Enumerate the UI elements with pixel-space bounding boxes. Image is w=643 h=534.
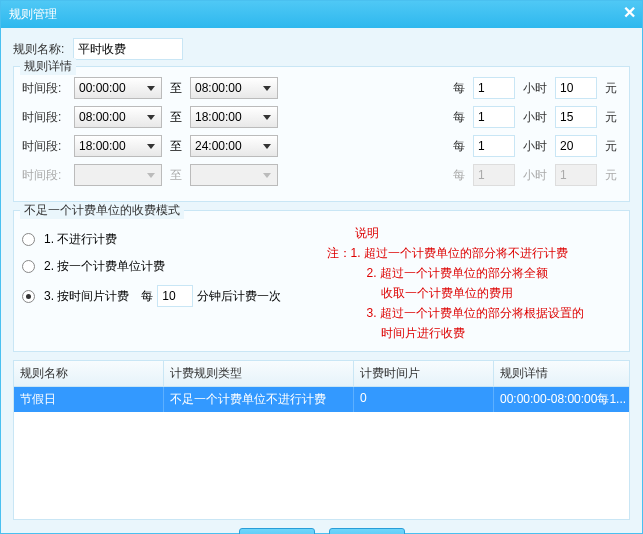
mode-option-2[interactable]: 2. 按一个计费单位计费 xyxy=(22,258,317,275)
close-button[interactable]: 关闭 xyxy=(329,528,405,534)
to-time-combo-1[interactable]: 08:00:00 xyxy=(190,77,278,99)
inline-every-label: 每 xyxy=(141,288,153,305)
radio-icon xyxy=(22,233,35,246)
th-detail[interactable]: 规则详情 xyxy=(494,361,629,386)
th-timeslice[interactable]: 计费时间片 xyxy=(354,361,494,386)
table-header: 规则名称 计费规则类型 计费时间片 规则详情 xyxy=(14,361,629,387)
from-time-combo-2[interactable]: 08:00:00 xyxy=(74,106,162,128)
footer: 添加 关闭 xyxy=(13,520,630,534)
from-time-combo-3[interactable]: 18:00:00 xyxy=(74,135,162,157)
rule-name-label: 规则名称: xyxy=(13,41,73,58)
note-line-2: 2. 超过一个计费单位的部分将全额 xyxy=(367,266,548,280)
mode-option-label: 2. 按一个计费单位计费 xyxy=(44,258,165,275)
to-label: 至 xyxy=(166,109,186,126)
to-time-combo-4 xyxy=(190,164,278,186)
inline-suffix-label: 分钟后计费一次 xyxy=(197,288,281,305)
to-label: 至 xyxy=(166,80,186,97)
notes-panel: 说明 注：1. 超过一个计费单位的部分将不进行计费 2. 超过一个计费单位的部分… xyxy=(327,221,622,343)
table-row[interactable]: 节假日 不足一个计费单位不进行计费 0 00:00:00-08:00:00每1.… xyxy=(14,387,629,412)
to-time-combo-2[interactable]: 18:00:00 xyxy=(190,106,278,128)
price-input-1[interactable] xyxy=(555,77,597,99)
rule-name-input[interactable] xyxy=(73,38,183,60)
note-line-3: 3. 超过一个计费单位的部分将根据设置的 xyxy=(367,306,584,320)
qty-input-1[interactable] xyxy=(473,77,515,99)
rules-table: 规则名称 计费规则类型 计费时间片 规则详情 节假日 不足一个计费单位不进行计费… xyxy=(13,360,630,520)
timeslot-row-1: 时间段: 00:00:00 至 08:00:00 每 小时 元 xyxy=(22,77,621,99)
rule-management-dialog: 规则管理 ✕ 规则名称: 规则详情 时间段: 00:00:00 至 08:00:… xyxy=(0,0,643,534)
price-input-4 xyxy=(555,164,597,186)
timeslot-label: 时间段: xyxy=(22,167,70,184)
add-button[interactable]: 添加 xyxy=(239,528,315,534)
notes-prefix: 注： xyxy=(327,246,351,260)
window-title: 规则管理 xyxy=(9,6,57,23)
timeslot-row-3: 时间段: 18:00:00 至 24:00:00 每 小时 元 xyxy=(22,135,621,157)
to-label: 至 xyxy=(166,138,186,155)
mode-option-label: 1. 不进行计费 xyxy=(44,231,117,248)
td-rule-type: 不足一个计费单位不进行计费 xyxy=(164,387,354,412)
timeslot-row-2: 时间段: 08:00:00 至 18:00:00 每 小时 元 xyxy=(22,106,621,128)
timeslot-row-4: 时间段: 至 每 小时 元 xyxy=(22,164,621,186)
note-line-3b: 时间片进行收费 xyxy=(381,326,465,340)
notes-heading: 说明 xyxy=(327,223,622,243)
qty-input-4 xyxy=(473,164,515,186)
qty-input-2[interactable] xyxy=(473,106,515,128)
note-line-1: 1. 超过一个计费单位的部分将不进行计费 xyxy=(351,246,568,260)
mode-option-1[interactable]: 1. 不进行计费 xyxy=(22,231,317,248)
close-icon[interactable]: ✕ xyxy=(623,3,636,22)
timeslot-label: 时间段: xyxy=(22,109,70,126)
yuan-label: 元 xyxy=(605,80,617,97)
timeslot-label: 时间段: xyxy=(22,138,70,155)
radio-icon xyxy=(22,260,35,273)
titlebar[interactable]: 规则管理 ✕ xyxy=(1,1,642,28)
to-label: 至 xyxy=(166,167,186,184)
hour-label: 小时 xyxy=(523,80,547,97)
th-rule-type[interactable]: 计费规则类型 xyxy=(164,361,354,386)
charge-mode-legend: 不足一个计费单位的收费模式 xyxy=(20,202,184,219)
price-input-2[interactable] xyxy=(555,106,597,128)
radio-icon xyxy=(22,290,35,303)
timeslice-input[interactable] xyxy=(157,285,193,307)
to-time-combo-3[interactable]: 24:00:00 xyxy=(190,135,278,157)
rule-detail-fieldset: 规则详情 时间段: 00:00:00 至 08:00:00 每 小时 元 时间段… xyxy=(13,66,630,202)
timeslot-label: 时间段: xyxy=(22,80,70,97)
price-input-3[interactable] xyxy=(555,135,597,157)
td-timeslice: 0 xyxy=(354,387,494,412)
td-detail: 00:00:00-08:00:00每1... xyxy=(494,387,629,412)
note-line-2b: 收取一个计费单位的费用 xyxy=(381,286,513,300)
every-label: 每 xyxy=(453,80,465,97)
th-rule-name[interactable]: 规则名称 xyxy=(14,361,164,386)
mode-option-3[interactable]: 3. 按时间片计费 每 分钟后计费一次 xyxy=(22,285,317,307)
rule-detail-legend: 规则详情 xyxy=(20,58,76,75)
from-time-combo-4 xyxy=(74,164,162,186)
mode-option-label: 3. 按时间片计费 xyxy=(44,288,129,305)
qty-input-3[interactable] xyxy=(473,135,515,157)
charge-mode-fieldset: 不足一个计费单位的收费模式 1. 不进行计费 2. 按一个计费单位计费 3. 按… xyxy=(13,210,630,352)
td-rule-name: 节假日 xyxy=(14,387,164,412)
from-time-combo-1[interactable]: 00:00:00 xyxy=(74,77,162,99)
